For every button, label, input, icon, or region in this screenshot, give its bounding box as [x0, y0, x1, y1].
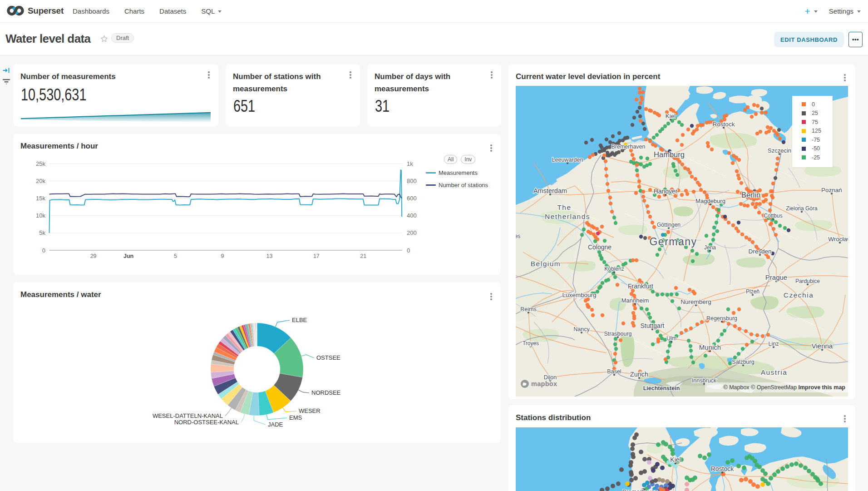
mapbox-logo[interactable]: mapbox: [520, 379, 557, 388]
station-dot: [778, 137, 782, 140]
station-dot: [642, 469, 647, 474]
kebab-menu-icon[interactable]: [206, 70, 212, 79]
nav-item-datasets[interactable]: Datasets: [159, 7, 186, 15]
station-dot: [631, 123, 634, 127]
map-label: Hanover: [654, 188, 678, 195]
map-legend-item[interactable]: -25: [802, 153, 833, 162]
y-axis-tick-right: 200: [407, 229, 417, 236]
stations-map[interactable]: KielRostockBremerhaven: [516, 427, 848, 491]
station-dot: [608, 196, 612, 199]
map-legend-item[interactable]: -75: [802, 135, 833, 144]
station-dot: [758, 202, 762, 206]
superset-brand-text: Superset: [28, 6, 64, 16]
legend-label: -25: [812, 154, 820, 161]
map-label: Kiel: [670, 456, 681, 463]
station-dot: [726, 307, 730, 311]
station-dot: [815, 476, 819, 481]
donut-label: WESER: [299, 407, 321, 414]
station-dot: [699, 188, 703, 192]
station-dot: [632, 324, 636, 327]
new-item-button[interactable]: +: [805, 6, 818, 17]
station-dot: [715, 221, 718, 224]
donut-label: NORD-OSTSEE-KANAL: [174, 419, 239, 426]
station-dot: [593, 239, 597, 243]
map-legend-item[interactable]: 0: [802, 100, 833, 109]
station-dot: [651, 221, 654, 224]
station-dot: [785, 464, 789, 469]
station-dot: [778, 224, 782, 228]
station-dot: [677, 307, 681, 310]
station-dot: [736, 229, 740, 233]
edit-dashboard-button[interactable]: EDIT DASHBOARD: [774, 32, 844, 47]
station-dot: [737, 158, 741, 162]
settings-menu[interactable]: Settings: [829, 7, 861, 15]
filter-icon[interactable]: [2, 78, 10, 85]
station-dot: [700, 320, 704, 324]
station-dot: [654, 144, 657, 148]
station-dot: [680, 331, 683, 335]
station-dot: [701, 123, 705, 127]
line-chart-legend: All Inv Measurements Number of stations: [426, 155, 488, 188]
station-dot: [684, 328, 688, 332]
donut-label-line: [254, 416, 266, 425]
station-dot: [686, 192, 689, 196]
map-label: Pardubice: [795, 278, 820, 284]
station-dot: [771, 182, 775, 185]
map-legend-item[interactable]: -50: [802, 144, 833, 154]
station-dot: [628, 463, 633, 468]
legend-inv-button[interactable]: Inv: [461, 155, 475, 164]
legend-label: -75: [812, 137, 820, 143]
station-dot: [691, 259, 695, 263]
station-dot: [647, 460, 651, 465]
dashboard-more-button[interactable]: •••: [848, 32, 863, 47]
station-dot: [606, 182, 609, 186]
donut-label: NORDSEE: [311, 389, 341, 396]
map-label: Rostock: [713, 121, 735, 128]
nav-item-dashboards[interactable]: Dashboards: [73, 7, 109, 15]
nav-item-sql[interactable]: SQL: [201, 7, 222, 15]
card-title: Current water level deviation in percent: [516, 70, 660, 83]
map-geography: [795, 220, 832, 231]
expand-filter-bar-icon[interactable]: [3, 67, 10, 74]
map-legend-item[interactable]: 75: [802, 118, 833, 127]
station-dot: [649, 109, 653, 113]
legend-all-button[interactable]: All: [444, 155, 457, 164]
favorite-star-icon[interactable]: [100, 35, 108, 42]
legend-item-number-of-stations[interactable]: Number of stations: [426, 182, 488, 188]
station-dot: [769, 222, 773, 225]
map-label: Wrocław: [828, 236, 848, 243]
station-dot: [717, 208, 720, 212]
station-dot: [716, 339, 720, 342]
legend-item-measurements[interactable]: Measurements: [426, 169, 488, 176]
station-dot: [638, 278, 641, 282]
legend-swatch: [802, 147, 806, 151]
card-title: Number of measurements: [20, 70, 116, 83]
kebab-menu-icon[interactable]: [842, 414, 848, 423]
draft-badge: Draft: [111, 33, 134, 43]
station-dot: [611, 134, 615, 138]
map-legend-item[interactable]: 25: [802, 109, 833, 118]
superset-brand[interactable]: Superset: [6, 5, 64, 16]
map-label: The: [557, 203, 571, 211]
station-dot: [751, 482, 756, 487]
station-dot: [731, 161, 735, 165]
station-dot: [673, 464, 678, 469]
map-geography: [786, 306, 824, 318]
station-dot: [600, 256, 603, 260]
station-dot: [686, 128, 690, 131]
kebab-menu-icon[interactable]: [488, 70, 495, 79]
station-dot: [582, 228, 586, 231]
kebab-menu-icon[interactable]: [347, 70, 354, 79]
station-dot: [640, 98, 644, 101]
station-dot: [635, 169, 639, 172]
station-dot: [656, 442, 661, 447]
kebab-menu-icon[interactable]: [842, 73, 848, 82]
station-dot: [746, 105, 750, 109]
station-dot: [760, 107, 764, 110]
station-dot: [617, 131, 621, 135]
station-dot: [638, 106, 641, 109]
map-legend-item[interactable]: 125: [802, 127, 833, 136]
improve-map-link[interactable]: Improve this map: [799, 384, 846, 391]
station-dot: [635, 258, 638, 262]
nav-item-charts[interactable]: Charts: [124, 7, 144, 15]
